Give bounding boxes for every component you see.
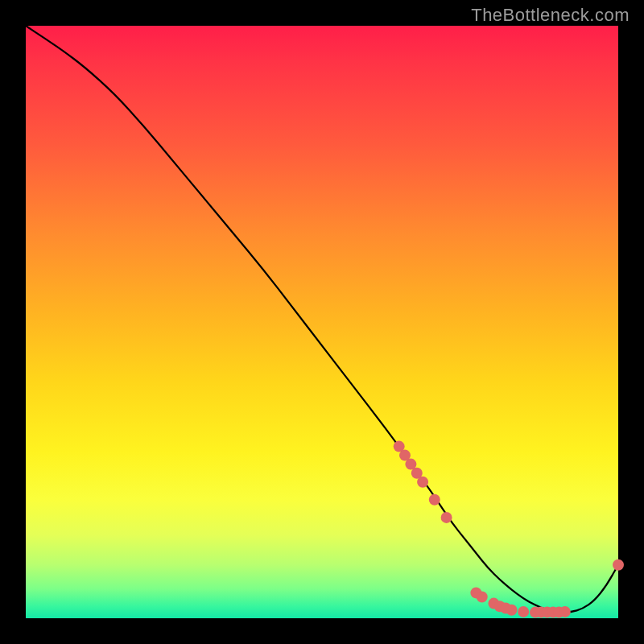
- highlight-dot: [429, 494, 440, 506]
- watermark-text: TheBottleneck.com: [471, 5, 630, 26]
- highlight-dots: [394, 441, 624, 618]
- highlight-dot: [477, 592, 488, 603]
- plot-svg: [26, 26, 618, 618]
- highlight-dot: [417, 477, 428, 488]
- chart-frame: TheBottleneck.com: [0, 0, 644, 644]
- plot-area: [26, 26, 618, 618]
- bottleneck-curve: [26, 26, 618, 613]
- highlight-dot: [559, 606, 571, 617]
- highlight-dot: [506, 605, 518, 616]
- highlight-dot: [441, 512, 452, 523]
- highlight-dot: [518, 606, 529, 617]
- highlight-dot: [613, 559, 624, 571]
